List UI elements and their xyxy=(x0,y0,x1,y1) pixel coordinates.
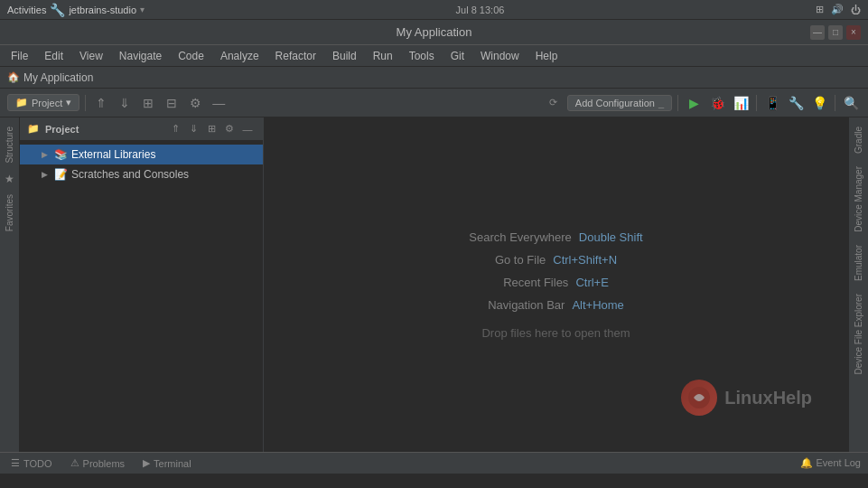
gradle-tab[interactable]: Gradle xyxy=(852,121,865,159)
terminal-icon: ▶ xyxy=(143,457,150,469)
window-title: My Application xyxy=(397,25,472,39)
system-bar: Activities 🔧 jetbrains-studio ▾ Jul 8 13… xyxy=(0,0,868,20)
network-icon: ⊞ xyxy=(816,4,824,15)
panel-scroll-up[interactable]: ⇑ xyxy=(167,121,183,137)
tree-item-external-libraries[interactable]: ▶ 📚 External Libraries xyxy=(20,145,263,164)
menu-help[interactable]: Help xyxy=(528,48,565,64)
shortcut-search-everywhere: Search Everywhere Double Shift xyxy=(469,230,642,244)
plugin-button[interactable]: 💡 xyxy=(809,93,829,113)
editor-area[interactable]: Search Everywhere Double Shift Go to Fil… xyxy=(264,117,848,452)
sync-button[interactable]: ⟳ xyxy=(544,93,564,113)
close-button[interactable]: × xyxy=(846,25,861,40)
bottom-right: 🔔 Event Log xyxy=(800,457,861,469)
app-icon: 🔧 xyxy=(50,3,65,17)
shortcut-recent-files: Recent Files Ctrl+E xyxy=(503,276,609,289)
menu-window[interactable]: Window xyxy=(473,48,527,64)
menu-git[interactable]: Git xyxy=(443,48,471,64)
tree-item-scratches[interactable]: ▶ 📝 Scratches and Consoles xyxy=(20,164,263,184)
emulator-tab[interactable]: Emulator xyxy=(852,239,865,286)
terminal-label: Terminal xyxy=(154,458,191,469)
project-label: Project xyxy=(32,98,62,108)
toolbar-right: ⟳ Add Configuration _ ▶ 🐞 📊 📱 🔧 💡 🔍 xyxy=(544,93,861,113)
main-layout: Structure ★ Favorites 📁 Project ⇑ ⇓ ⊞ ⚙ … xyxy=(0,117,868,452)
toolbar-separator-4 xyxy=(835,95,835,111)
scroll-down-button[interactable]: ⇓ xyxy=(115,93,135,113)
menu-refactor[interactable]: Refactor xyxy=(268,48,323,64)
project-dropdown-button[interactable]: 📁 Project ▾ xyxy=(7,94,79,111)
menu-code[interactable]: Code xyxy=(171,48,211,64)
event-log-tab[interactable]: 🔔 Event Log xyxy=(800,457,861,469)
favorites-tab[interactable]: Favorites xyxy=(3,189,16,237)
power-icon[interactable]: ⏻ xyxy=(851,5,861,15)
problems-tab[interactable]: ⚠ Problems xyxy=(67,455,128,471)
search-everywhere-label: Search Everywhere xyxy=(469,230,571,244)
terminal-tab[interactable]: ▶ Terminal xyxy=(139,455,195,471)
recent-files-label: Recent Files xyxy=(503,276,568,289)
navigation-bar-key: Alt+Home xyxy=(572,298,623,312)
menu-view[interactable]: View xyxy=(72,48,110,64)
menu-run[interactable]: Run xyxy=(366,48,400,64)
shortcut-goto-file: Go to File Ctrl+Shift+N xyxy=(495,253,617,267)
panel-scroll-down[interactable]: ⇓ xyxy=(185,121,201,137)
breadcrumb-bar: 🏠 My Application xyxy=(0,67,868,89)
menu-tools[interactable]: Tools xyxy=(402,48,442,64)
scroll-up-button[interactable]: ⇑ xyxy=(91,93,111,113)
search-everywhere-button[interactable]: 🔍 xyxy=(841,93,861,113)
collapse-button[interactable]: ⊟ xyxy=(162,93,182,113)
drop-hint: Drop files here to open them xyxy=(481,326,630,340)
project-tree: ▶ 📚 External Libraries ▶ 📝 Scratches and… xyxy=(20,141,263,452)
volume-icon[interactable]: 🔊 xyxy=(831,4,844,15)
maximize-button[interactable]: □ xyxy=(828,25,843,40)
device-manager-tab[interactable]: Device Manager xyxy=(852,161,865,238)
minimize-button[interactable]: — xyxy=(810,25,825,40)
add-config-label: Add Configuration xyxy=(575,98,655,108)
tree-label-external-libraries: External Libraries xyxy=(71,148,155,161)
menu-navigate[interactable]: Navigate xyxy=(112,48,169,64)
goto-file-label: Go to File xyxy=(495,253,546,267)
toolbar-separator-2 xyxy=(677,95,678,111)
activities-button[interactable]: Activities xyxy=(7,5,46,15)
add-configuration-button[interactable]: Add Configuration _ xyxy=(567,95,672,111)
menu-file[interactable]: File xyxy=(4,48,35,64)
event-log-icon: 🔔 xyxy=(800,457,813,468)
run-button[interactable]: ▶ xyxy=(684,93,704,113)
window-controls: — □ × xyxy=(810,25,861,40)
breadcrumb[interactable]: My Application xyxy=(23,71,93,84)
logo-watermark: LinuxHelp xyxy=(681,380,812,416)
todo-icon: ☰ xyxy=(11,457,20,469)
menu-build[interactable]: Build xyxy=(325,48,364,64)
menu-analyze[interactable]: Analyze xyxy=(213,48,266,64)
recent-files-key: Ctrl+E xyxy=(575,276,608,289)
avd-button[interactable]: 📱 xyxy=(762,93,782,113)
home-icon: 🏠 xyxy=(7,71,20,83)
panel-header: 📁 Project ⇑ ⇓ ⊞ ⚙ — xyxy=(20,117,263,141)
panel-close[interactable]: — xyxy=(239,121,256,137)
app-dropdown-icon[interactable]: ▾ xyxy=(140,5,145,14)
library-icon: 📚 xyxy=(54,148,68,161)
favorites-star-icon[interactable]: ★ xyxy=(1,169,18,189)
project-dropdown-arrow: ▾ xyxy=(66,97,71,108)
expand-button[interactable]: ⊞ xyxy=(138,93,158,113)
problems-label: Problems xyxy=(83,458,125,469)
title-bar: My Application — □ × xyxy=(0,20,868,45)
settings-button[interactable]: ⚙ xyxy=(185,93,205,113)
panel-settings[interactable]: ⚙ xyxy=(221,121,238,137)
panel-folder-icon: 📁 xyxy=(27,123,40,135)
profile-button[interactable]: 📊 xyxy=(731,93,751,113)
todo-tab[interactable]: ☰ TODO xyxy=(7,455,56,471)
console-icon: 📝 xyxy=(54,168,68,181)
tree-label-scratches: Scratches and Consoles xyxy=(71,168,189,181)
menu-edit[interactable]: Edit xyxy=(37,48,70,64)
close-panel-button[interactable]: — xyxy=(209,93,229,113)
device-file-explorer-tab[interactable]: Device File Explorer xyxy=(852,288,865,380)
panel-expand-all[interactable]: ⊞ xyxy=(203,121,219,137)
problems-icon: ⚠ xyxy=(70,457,79,469)
folder-icon: 📁 xyxy=(15,97,28,108)
sdk-button[interactable]: 🔧 xyxy=(786,93,806,113)
structure-tab[interactable]: Structure xyxy=(3,121,16,169)
toolbar: 📁 Project ▾ ⇑ ⇓ ⊞ ⊟ ⚙ — ⟳ Add Configurat… xyxy=(0,89,868,117)
app-name[interactable]: jetbrains-studio xyxy=(69,5,136,15)
debug-button[interactable]: 🐞 xyxy=(707,93,727,113)
bottom-bar: ☰ TODO ⚠ Problems ▶ Terminal 🔔 Event Log xyxy=(0,452,868,474)
todo-label: TODO xyxy=(23,458,52,469)
